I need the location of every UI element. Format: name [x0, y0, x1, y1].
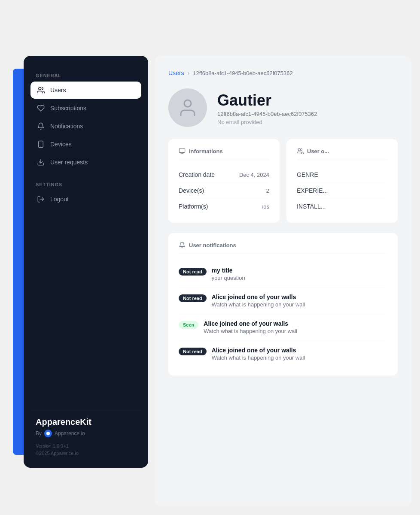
brand-version: Version 1.0.0+1 ©2025 Apparence.io: [36, 442, 136, 457]
user-option-install: INSTALL...: [297, 199, 387, 214]
notification-item-1: Not read my title your question: [179, 261, 387, 288]
user-email: No email provided: [217, 119, 317, 125]
svg-point-10: [298, 148, 300, 151]
user-option-genre: GENRE: [297, 167, 387, 183]
info-card-title: Informations: [189, 148, 223, 154]
notification-item-3: Seen Alice joined one of your walls Watc…: [179, 314, 387, 341]
notifications-title: User notifications: [189, 242, 236, 248]
notif-body-3: Watch what is happening on your wall: [204, 328, 297, 334]
notif-content-2: Alice joined one of your walls Watch wha…: [212, 294, 305, 308]
info-row-creation: Creation date Dec 4, 2024: [179, 167, 269, 183]
user-requests-icon: [37, 158, 45, 167]
notif-badge-2: Not read: [179, 294, 207, 302]
breadcrumb-separator: ›: [188, 70, 190, 76]
platforms-value: ios: [262, 203, 269, 210]
notif-badge-4: Not read: [179, 348, 207, 355]
svg-point-0: [39, 87, 41, 90]
notif-title-1: my title: [212, 267, 245, 274]
svg-rect-7: [179, 148, 185, 152]
sidebar-item-users-label: Users: [50, 87, 66, 94]
breadcrumb: Users › 12ff6b8a-afc1-4945-b0eb-aec62f07…: [168, 70, 398, 76]
svg-rect-1: [39, 141, 43, 148]
info-row-devices: Device(s) 2: [179, 183, 269, 199]
user-option-experience: EXPERIE...: [297, 183, 387, 199]
notif-content-3: Alice joined one of your walls Watch wha…: [204, 320, 297, 334]
app-container: GENERAL Users Subscriptions: [0, 0, 420, 515]
user-header: Gautier 12ff6b8a-afc1-4945-b0eb-aec62f07…: [168, 88, 398, 127]
notif-title-4: Alice joined one of your walls: [212, 347, 305, 354]
subscriptions-icon: [37, 104, 45, 112]
user-id: 12ff6b8a-afc1-4945-b0eb-aec62f075362: [217, 111, 317, 117]
creation-date-value: Dec 4, 2024: [239, 172, 269, 178]
platforms-label: Platform(s): [179, 203, 208, 210]
svg-point-6: [184, 100, 191, 107]
breadcrumb-current-id: 12ff6b8a-afc1-4945-b0eb-aec62f075362: [193, 70, 293, 76]
user-name: Gautier: [217, 92, 317, 109]
sidebar-item-logout-label: Logout: [50, 196, 69, 203]
experience-label: EXPERIE...: [297, 187, 328, 194]
user-options-title: User o...: [307, 148, 329, 154]
notification-item-2: Not read Alice joined one of your walls …: [179, 288, 387, 314]
notification-item-4: Not read Alice joined one of your walls …: [179, 341, 387, 367]
notif-body-1: your question: [212, 275, 245, 281]
sidebar-item-subscriptions[interactable]: Subscriptions: [30, 100, 141, 117]
brand-logo: [44, 430, 52, 437]
notif-body-4: Watch what is happening on your wall: [212, 354, 305, 361]
notif-title-2: Alice joined one of your walls: [212, 294, 305, 300]
breadcrumb-users-link[interactable]: Users: [168, 70, 184, 76]
creation-date-label: Creation date: [179, 171, 215, 178]
avatar: [168, 88, 207, 127]
devices-value: 2: [266, 188, 269, 194]
brand-by-label: By: [36, 430, 42, 436]
main-content: Users › 12ff6b8a-afc1-4945-b0eb-aec62f07…: [155, 56, 411, 506]
sidebar: GENERAL Users Subscriptions: [24, 56, 148, 468]
brand-title: ApparenceKit: [36, 417, 136, 427]
genre-label: GENRE: [297, 171, 318, 178]
notif-content-1: my title your question: [212, 267, 245, 281]
notifications-section: User notifications Not read my title you…: [168, 233, 398, 376]
devices-icon: [37, 140, 45, 148]
logout-icon: [37, 195, 45, 203]
user-options-card: User o... GENRE EXPERIE... INSTALL...: [286, 139, 398, 223]
notif-badge-3: Seen: [179, 321, 198, 329]
users-icon: [37, 86, 45, 94]
install-label: INSTALL...: [297, 203, 326, 210]
sidebar-brand: ApparenceKit By Apparence.io Version 1.0…: [30, 410, 141, 457]
sidebar-item-user-requests-label: User requests: [50, 159, 88, 166]
sidebar-item-notifications[interactable]: Notifications: [30, 118, 141, 135]
info-card-header: Informations: [179, 148, 269, 160]
user-info: Gautier 12ff6b8a-afc1-4945-b0eb-aec62f07…: [217, 88, 317, 125]
brand-by: By Apparence.io: [36, 430, 136, 437]
general-section-label: GENERAL: [30, 73, 141, 78]
notif-title-3: Alice joined one of your walls: [204, 320, 297, 327]
sidebar-item-notifications-label: Notifications: [50, 123, 83, 130]
svg-point-5: [46, 432, 50, 435]
user-options-card-header: User o...: [297, 148, 387, 160]
sidebar-item-devices[interactable]: Devices: [30, 136, 141, 153]
settings-section-label: SETTINGS: [30, 182, 141, 187]
notifications-icon: [37, 122, 45, 130]
devices-label: Device(s): [179, 187, 204, 194]
info-card: Informations Creation date Dec 4, 2024 D…: [168, 139, 280, 223]
notif-badge-1: Not read: [179, 268, 207, 276]
notif-content-4: Alice joined one of your walls Watch wha…: [212, 347, 305, 361]
sidebar-item-user-requests[interactable]: User requests: [30, 154, 141, 171]
notifications-section-header: User notifications: [179, 242, 387, 254]
sidebar-item-logout[interactable]: Logout: [30, 191, 141, 208]
sidebar-item-subscriptions-label: Subscriptions: [50, 105, 86, 112]
info-row-platforms: Platform(s) ios: [179, 199, 269, 214]
cards-row: Informations Creation date Dec 4, 2024 D…: [168, 139, 398, 223]
sidebar-item-devices-label: Devices: [50, 141, 72, 148]
sidebar-item-users[interactable]: Users: [30, 82, 141, 99]
brand-company: Apparence.io: [55, 430, 85, 436]
notif-body-2: Watch what is happening on your wall: [212, 301, 305, 308]
